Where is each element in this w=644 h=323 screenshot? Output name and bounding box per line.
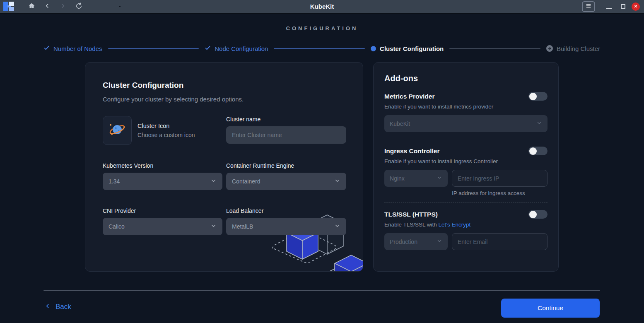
section-divider	[384, 202, 548, 202]
refresh-button[interactable]	[72, 1, 85, 12]
chevron-down-icon	[334, 178, 340, 185]
back-button[interactable]: Back	[45, 303, 71, 311]
stepper: Number of Nodes Node Configuration Clust…	[43, 44, 600, 53]
cni-provider-label: CNI Provider	[103, 207, 222, 214]
selected-value: 1.34	[109, 178, 120, 185]
cluster-configuration-card: Cluster Configuration Configure your clu…	[85, 62, 363, 272]
selected-value: MetalLB	[232, 223, 253, 230]
menu-icon	[585, 3, 592, 10]
step-label: Building Cluster	[557, 45, 600, 52]
chevron-down-icon	[210, 223, 217, 230]
selected-value: Containerd	[232, 178, 260, 185]
kubernetes-version-select[interactable]: 1.34	[103, 173, 222, 190]
nav-back-button[interactable]	[41, 1, 54, 12]
selected-value: Nginx	[390, 175, 405, 182]
chevron-down-icon	[334, 223, 340, 230]
toggle-knob	[529, 211, 537, 218]
ingress-controller-select[interactable]: Nginx	[384, 170, 448, 187]
close-icon	[634, 3, 638, 10]
chevron-left-icon	[45, 303, 51, 311]
step-label: Cluster Configuration	[380, 45, 444, 52]
step-label: Node Configuration	[215, 45, 268, 52]
addons-title: Add-ons	[384, 74, 548, 83]
check-icon	[205, 45, 211, 53]
arrow-circle-icon	[546, 45, 553, 52]
toggle-knob	[529, 93, 537, 100]
ingress-controller-toggle[interactable]	[528, 147, 548, 155]
load-balancer-select[interactable]: MetalLB	[226, 218, 346, 235]
lets-encrypt-link[interactable]: Let’s Encrypt	[439, 222, 471, 228]
footer-divider	[43, 290, 600, 291]
dot-icon	[371, 46, 376, 51]
chevron-down-icon	[536, 120, 542, 127]
cluster-name-label: Cluster name	[226, 116, 346, 123]
titlebar: KubeKit	[0, 0, 644, 14]
ingress-ip-input[interactable]	[452, 170, 548, 187]
step-label: Number of Nodes	[53, 45, 102, 52]
container-runtime-label: Container Runtime Engine	[226, 162, 346, 169]
selected-value: KubeKit	[390, 121, 410, 127]
step-node-configuration[interactable]: Node Configuration	[205, 45, 268, 53]
section-divider	[384, 139, 548, 139]
card-title: Cluster Configuration	[103, 81, 345, 90]
step-cluster-configuration[interactable]: Cluster Configuration	[371, 45, 444, 52]
step-connector	[274, 48, 365, 49]
forward-icon	[60, 3, 66, 10]
metrics-provider-title: Metrics Provider	[384, 93, 434, 100]
toggle-knob	[529, 147, 537, 155]
load-balancer-label: Load Balancer	[226, 207, 346, 214]
metrics-provider-select[interactable]: KubeKit	[384, 115, 548, 132]
cluster-icon-hint: Choose a custom icon	[137, 132, 195, 138]
app-logo	[3, 1, 15, 12]
back-label: Back	[55, 303, 71, 311]
planet-icon	[109, 121, 126, 140]
container-runtime-select[interactable]: Containerd	[226, 173, 346, 190]
tls-environment-select[interactable]: Production	[384, 233, 448, 250]
close-button[interactable]	[632, 2, 640, 11]
menu-button[interactable]	[582, 1, 595, 12]
tls-ssl-description: Enable TLS/SSL with	[384, 222, 439, 228]
continue-button[interactable]: Continue	[501, 299, 600, 318]
tls-ssl-title: TLS/SSL (HTTPS)	[384, 211, 438, 218]
nav-forward-button[interactable]	[56, 1, 70, 12]
maximize-icon	[621, 4, 625, 9]
chevron-down-icon	[437, 238, 442, 245]
chevron-down-icon	[210, 178, 217, 185]
chevron-down-icon	[437, 175, 442, 182]
titlebar-dot	[119, 6, 121, 7]
home-icon	[28, 2, 35, 10]
addons-card: Add-ons Metrics Provider Enable if you w…	[373, 62, 559, 272]
maximize-button[interactable]	[617, 1, 628, 12]
refresh-icon	[75, 2, 82, 11]
tls-ssl-toggle[interactable]	[528, 210, 548, 219]
step-connector	[108, 48, 199, 49]
ingress-ip-helper: IP address for ingress access	[384, 190, 548, 196]
metrics-provider-description: Enable if you want to install metrics pr…	[384, 104, 548, 110]
ingress-controller-description: Enable if you want to install Ingress Co…	[384, 158, 548, 164]
selected-value: Calico	[109, 223, 125, 230]
cni-provider-select[interactable]: Calico	[103, 218, 222, 235]
back-icon	[44, 3, 50, 10]
minimize-icon	[606, 8, 612, 9]
card-subtitle: Configure your cluster by selecting desi…	[103, 96, 345, 103]
step-building-cluster[interactable]: Building Cluster	[546, 45, 600, 52]
tls-email-input[interactable]	[452, 233, 548, 250]
home-button[interactable]	[25, 1, 38, 12]
cluster-icon-label: Cluster Icon	[137, 123, 195, 129]
cluster-name-input[interactable]	[226, 126, 346, 144]
step-number-of-nodes[interactable]: Number of Nodes	[43, 45, 102, 53]
page-title: CONFIGURATION	[0, 25, 644, 31]
minimize-button[interactable]	[603, 1, 614, 12]
selected-value: Production	[390, 239, 417, 245]
check-icon	[43, 45, 50, 53]
cluster-icon-picker[interactable]	[103, 116, 132, 145]
kubernetes-version-label: Kubernetes Version	[103, 162, 222, 169]
ingress-controller-title: Ingress Controller	[384, 147, 440, 155]
metrics-provider-toggle[interactable]	[528, 92, 548, 101]
step-connector	[449, 48, 540, 49]
